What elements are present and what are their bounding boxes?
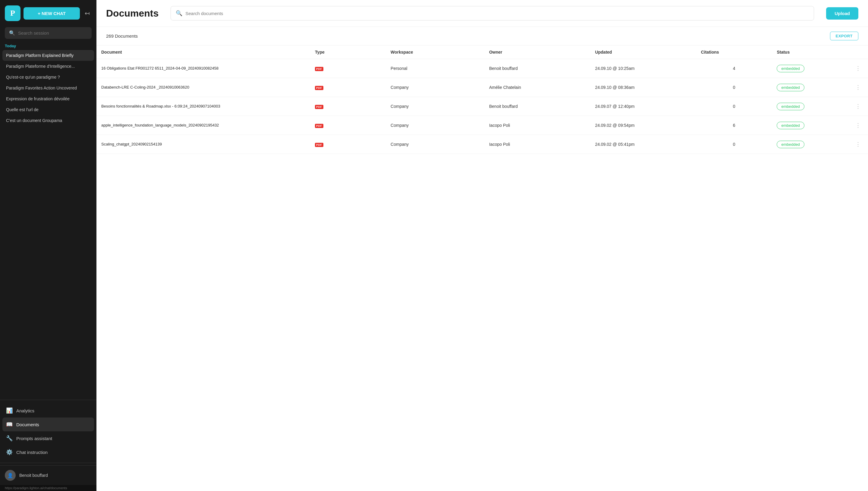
sidebar: P + NEW CHAT ↤ 🔍 Today Paradigm Platform… xyxy=(0,0,96,491)
citations-cell: 0 xyxy=(696,78,772,97)
sidebar-item-documents[interactable]: 📖 Documents xyxy=(2,417,94,431)
citations-cell: 6 xyxy=(696,116,772,135)
updated-cell: 24.09.10 @ 10:25am xyxy=(590,59,696,78)
doc-name-cell: Scaling_chatgpt_20240902154139 xyxy=(96,135,310,154)
search-documents-container: 🔍 xyxy=(171,6,814,21)
more-options-button[interactable]: ⋮ xyxy=(853,121,863,130)
nav-label: Prompts assistant xyxy=(16,436,52,441)
analytics-icon: 📊 xyxy=(6,407,13,414)
more-options-button[interactable]: ⋮ xyxy=(853,64,863,73)
pdf-badge: PDF xyxy=(315,86,324,90)
search-documents-input[interactable] xyxy=(185,11,809,16)
pdf-badge: PDF xyxy=(315,124,324,128)
table-row: Besoins fonctionnalités & Roadmap.xlsx -… xyxy=(96,97,868,116)
table-row: Databench-LRE C-Coling-2024 _20240910063… xyxy=(96,78,868,97)
action-cell: ⋮ xyxy=(848,97,868,116)
doc-name: Besoins fonctionnalités & Roadmap.xlsx -… xyxy=(101,104,220,109)
doc-name: Scaling_chatgpt_20240902154139 xyxy=(101,142,162,146)
search-session-container: 🔍 xyxy=(5,27,92,39)
doc-name: Databench-LRE C-Coling-2024 _20240910063… xyxy=(101,85,189,89)
documents-icon: 📖 xyxy=(6,421,13,428)
pdf-badge: PDF xyxy=(315,105,324,109)
doc-name: apple_intelligence_foundation_language_m… xyxy=(101,123,219,127)
owner-cell: Iacopo Poli xyxy=(484,135,590,154)
status-badge: embedded xyxy=(777,122,804,129)
col-header-owner: Owner xyxy=(484,46,590,59)
logo: P xyxy=(5,5,21,21)
citations-cell: 0 xyxy=(696,97,772,116)
chat-item[interactable]: Paradigm Plateforme d'Intelligence... xyxy=(2,61,94,72)
action-cell: ⋮ xyxy=(848,59,868,78)
search-session-input[interactable] xyxy=(18,30,87,35)
chat-item[interactable]: Quelle est l'url de xyxy=(2,104,94,115)
export-button[interactable]: EXPORT xyxy=(830,32,858,40)
updated-cell: 24.09.07 @ 12:40pm xyxy=(590,97,696,116)
col-header-action xyxy=(848,46,868,59)
doc-type-cell: PDF xyxy=(310,97,386,116)
workspace-cell: Company xyxy=(386,78,484,97)
doc-type-cell: PDF xyxy=(310,59,386,78)
col-header-document: Document xyxy=(96,46,310,59)
status-cell: embedded xyxy=(772,116,848,135)
status-badge: embedded xyxy=(777,141,804,148)
status-cell: embedded xyxy=(772,78,848,97)
owner-cell: Benoit bouffard xyxy=(484,97,590,116)
workspace-cell: Company xyxy=(386,135,484,154)
doc-type-cell: PDF xyxy=(310,116,386,135)
collapse-sidebar-button[interactable]: ↤ xyxy=(83,8,92,19)
doc-type-cell: PDF xyxy=(310,78,386,97)
doc-name-cell: Besoins fonctionnalités & Roadmap.xlsx -… xyxy=(96,97,310,116)
main-content: Documents 🔍 Upload 269 Documents EXPORT … xyxy=(96,0,868,491)
doc-name-cell: Databench-LRE C-Coling-2024 _20240910063… xyxy=(96,78,310,97)
documents-table: DocumentTypeWorkspaceOwnerUpdatedCitatio… xyxy=(96,46,868,154)
chat-item[interactable]: C'est un document Groupama xyxy=(2,115,94,126)
sidebar-item-prompts[interactable]: 🔧 Prompts assistant xyxy=(2,431,94,445)
sidebar-header: P + NEW CHAT ↤ xyxy=(0,0,96,25)
doc-name: 16 Obligations Etat FR001272 6511_2024-0… xyxy=(101,66,219,70)
workspace-cell: Company xyxy=(386,97,484,116)
owner-cell: Benoit bouffard xyxy=(484,59,590,78)
col-header-updated: Updated xyxy=(590,46,696,59)
col-header-type: Type xyxy=(310,46,386,59)
action-cell: ⋮ xyxy=(848,78,868,97)
citations-cell: 0 xyxy=(696,135,772,154)
col-header-workspace: Workspace xyxy=(386,46,484,59)
page-title: Documents xyxy=(106,8,159,19)
more-options-button[interactable]: ⋮ xyxy=(853,102,863,111)
upload-button[interactable]: Upload xyxy=(826,7,858,20)
search-documents-icon: 🔍 xyxy=(176,10,183,17)
table-header: DocumentTypeWorkspaceOwnerUpdatedCitatio… xyxy=(96,46,868,59)
citations-cell: 4 xyxy=(696,59,772,78)
new-chat-button[interactable]: + NEW CHAT xyxy=(24,7,80,20)
owner-cell: Amélie Chatelain xyxy=(484,78,590,97)
chat-item[interactable]: Paradigm Platform Explained Briefly xyxy=(2,50,94,61)
chat-item[interactable]: Qu'est-ce qu'un paradigme ? xyxy=(2,72,94,83)
action-cell: ⋮ xyxy=(848,116,868,135)
table-row: apple_intelligence_foundation_language_m… xyxy=(96,116,868,135)
table-toolbar: 269 Documents EXPORT xyxy=(96,27,868,46)
table-row: Scaling_chatgpt_20240902154139 PDF Compa… xyxy=(96,135,868,154)
doc-count: 269 Documents xyxy=(106,33,138,38)
status-badge: embedded xyxy=(777,103,804,110)
documents-table-container: DocumentTypeWorkspaceOwnerUpdatedCitatio… xyxy=(96,46,868,491)
updated-cell: 24.09.10 @ 08:36am xyxy=(590,78,696,97)
main-header: Documents 🔍 Upload xyxy=(96,0,868,27)
more-options-button[interactable]: ⋮ xyxy=(853,140,863,149)
chat-item[interactable]: Expression de frustration dévoilée xyxy=(2,93,94,104)
action-cell: ⋮ xyxy=(848,135,868,154)
table-body: 16 Obligations Etat FR001272 6511_2024-0… xyxy=(96,59,868,154)
doc-name-cell: apple_intelligence_foundation_language_m… xyxy=(96,116,310,135)
nav-label: Chat instruction xyxy=(16,450,48,455)
chat-item[interactable]: Paradigm Favorites Action Uncovered xyxy=(2,83,94,93)
pdf-badge: PDF xyxy=(315,67,324,71)
doc-name-cell: 16 Obligations Etat FR001272 6511_2024-0… xyxy=(96,59,310,78)
sidebar-item-analytics[interactable]: 📊 Analytics xyxy=(2,404,94,417)
status-cell: embedded xyxy=(772,97,848,116)
user-name: Benoit bouffard xyxy=(19,473,48,478)
table-row: 16 Obligations Etat FR001272 6511_2024-0… xyxy=(96,59,868,78)
more-options-button[interactable]: ⋮ xyxy=(853,83,863,92)
owner-cell: Iacopo Poli xyxy=(484,116,590,135)
sidebar-item-chat-instruction[interactable]: ⚙️ Chat instruction xyxy=(2,445,94,459)
nav-items: 📊 Analytics📖 Documents🔧 Prompts assistan… xyxy=(0,402,96,460)
nav-label: Documents xyxy=(16,422,39,427)
